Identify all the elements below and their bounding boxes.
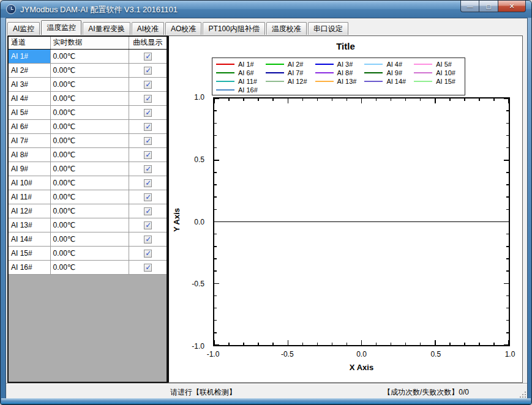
tab-8[interactable]: 串口设定 xyxy=(308,22,348,35)
y-tick xyxy=(214,332,217,333)
tab-6[interactable]: PT100内阻补偿 xyxy=(203,22,264,35)
tab-4[interactable]: AI校准 xyxy=(132,22,164,35)
y-tick xyxy=(214,246,217,247)
table-row[interactable]: AI 6#0.00℃✓ xyxy=(9,119,167,133)
value-cell: 0.00℃ xyxy=(50,232,129,246)
table-row[interactable]: AI 14#0.00℃✓ xyxy=(9,232,167,246)
check-icon: ✓ xyxy=(144,262,152,272)
check-icon: ✓ xyxy=(144,51,152,61)
legend-item: AI 3# xyxy=(314,60,364,68)
channel-cell: AI 15# xyxy=(9,246,50,260)
channel-cell: AI 11# xyxy=(9,190,50,204)
curve-checkbox[interactable]: ✓ xyxy=(144,123,152,131)
table-row[interactable]: AI 3#0.00℃✓ xyxy=(9,77,167,91)
legend-item: AI 7# xyxy=(264,69,314,76)
curve-checkbox[interactable]: ✓ xyxy=(144,193,152,201)
value-cell: 0.00℃ xyxy=(50,218,129,232)
curve-checkbox[interactable]: ✓ xyxy=(144,109,152,117)
y-tick-label: 0.5 xyxy=(194,155,204,164)
x-tick xyxy=(464,98,465,101)
x-tick xyxy=(347,343,348,345)
legend-line-swatch xyxy=(414,64,432,65)
y-tick-label: 0.0 xyxy=(194,218,204,226)
curve-checkbox[interactable]: ✓ xyxy=(144,53,152,61)
y-tick xyxy=(506,172,509,173)
table-row[interactable]: AI 11#0.00℃✓ xyxy=(9,190,167,204)
legend-label: AI 8# xyxy=(337,69,353,76)
legend-label: AI 13# xyxy=(337,78,357,85)
y-tick xyxy=(214,98,219,99)
legend-label: AI 3# xyxy=(337,61,353,68)
curve-checkbox[interactable]: ✓ xyxy=(144,95,152,103)
table-row[interactable]: AI 12#0.00℃✓ xyxy=(9,204,167,218)
table-row[interactable]: AI 13#0.00℃✓ xyxy=(9,218,167,232)
y-tick xyxy=(214,270,217,272)
value-cell: 0.00℃ xyxy=(50,246,129,260)
y-tick xyxy=(506,184,509,185)
x-tick xyxy=(272,343,274,345)
x-tick xyxy=(243,343,244,345)
table-row[interactable]: AI 1#0.00℃✓ xyxy=(9,49,167,63)
y-tick xyxy=(214,258,217,259)
x-tick xyxy=(347,98,348,101)
value-cell: 0.00℃ xyxy=(50,176,129,190)
x-tick xyxy=(228,343,230,345)
legend-line-swatch xyxy=(266,72,284,73)
table-row[interactable]: AI 5#0.00℃✓ xyxy=(9,105,167,119)
minimize-button[interactable]: — xyxy=(460,1,479,12)
table-header-row: 通道实时数据曲线显示 xyxy=(9,37,167,49)
y-tick xyxy=(214,123,217,124)
x-tick-label: 0.5 xyxy=(430,350,441,359)
channel-cell: AI 10# xyxy=(9,176,50,190)
tab-7[interactable]: 温度校准 xyxy=(266,22,307,35)
tab-bar: AI监控温度监控AI量程变换AI校准AO校准PT100内阻补偿温度校准串口设定 xyxy=(7,20,350,35)
tab-2[interactable]: 温度监控 xyxy=(41,20,81,35)
table-row[interactable]: AI 7#0.00℃✓ xyxy=(9,133,167,147)
curve-checkbox[interactable]: ✓ xyxy=(144,137,152,145)
maximize-button[interactable]: ▢ xyxy=(479,1,498,12)
curve-cell: ✓ xyxy=(129,63,167,77)
legend-line-swatch xyxy=(216,64,234,65)
y-tick xyxy=(214,283,219,284)
curve-checkbox[interactable]: ✓ xyxy=(144,179,152,187)
tab-1[interactable]: AI监控 xyxy=(7,22,40,35)
tab-5[interactable]: AO校准 xyxy=(165,22,201,35)
legend-item: AI 12# xyxy=(264,77,314,85)
curve-cell: ✓ xyxy=(129,204,167,218)
x-tick xyxy=(228,98,230,101)
curve-checkbox[interactable]: ✓ xyxy=(144,250,152,258)
x-tick xyxy=(493,343,495,345)
table-row[interactable]: AI 4#0.00℃✓ xyxy=(9,91,167,105)
curve-checkbox[interactable]: ✓ xyxy=(144,207,152,215)
tab-3[interactable]: AI量程变换 xyxy=(83,22,130,35)
check-icon: ✓ xyxy=(144,122,152,132)
curve-checkbox[interactable]: ✓ xyxy=(144,236,152,243)
table-row[interactable]: AI 2#0.00℃✓ xyxy=(9,63,167,77)
legend-label: AI 4# xyxy=(386,61,402,68)
table-row[interactable]: AI 9#0.00℃✓ xyxy=(9,162,167,176)
x-tick-label: 0.0 xyxy=(356,350,367,359)
curve-checkbox[interactable]: ✓ xyxy=(144,67,152,75)
curve-checkbox[interactable]: ✓ xyxy=(144,165,152,173)
table-row[interactable]: AI 16#0.00℃✓ xyxy=(9,260,167,274)
x-tick xyxy=(376,343,377,345)
x-tick xyxy=(508,98,509,103)
x-tick xyxy=(405,98,406,101)
curve-checkbox[interactable]: ✓ xyxy=(144,81,152,89)
value-cell: 0.00℃ xyxy=(50,63,129,77)
curve-checkbox[interactable]: ✓ xyxy=(144,151,152,159)
close-button[interactable]: ✕ xyxy=(498,1,526,12)
value-cell: 0.00℃ xyxy=(50,133,129,147)
column-header-3: 曲线显示 xyxy=(129,37,167,49)
y-tick xyxy=(504,98,509,99)
legend-label: AI 16# xyxy=(238,86,258,94)
value-cell: 0.00℃ xyxy=(50,162,129,176)
resize-grip[interactable] xyxy=(519,390,526,398)
table-row[interactable]: AI 15#0.00℃✓ xyxy=(9,246,167,260)
curve-checkbox[interactable]: ✓ xyxy=(144,264,152,272)
curve-checkbox[interactable]: ✓ xyxy=(144,221,152,229)
table-row[interactable]: AI 8#0.00℃✓ xyxy=(9,147,167,162)
table-row[interactable]: AI 10#0.00℃✓ xyxy=(9,176,167,190)
y-tick xyxy=(504,160,509,161)
x-tick xyxy=(361,98,362,103)
